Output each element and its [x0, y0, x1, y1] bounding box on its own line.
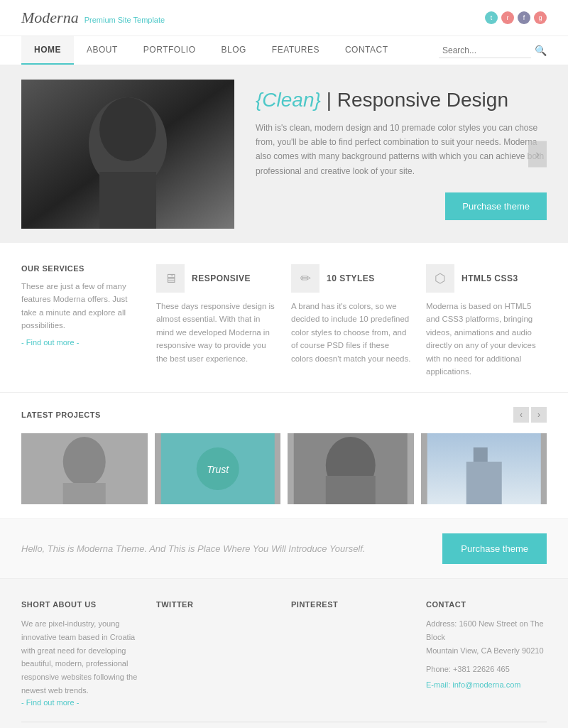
- nav-item-features[interactable]: FEATURES: [259, 36, 332, 65]
- nav-item-portfolio[interactable]: PORTFOLIO: [131, 36, 209, 65]
- hero-content: {Clean} | Responsive Design With is's cl…: [256, 88, 547, 220]
- nav-item-blog[interactable]: BLOG: [208, 36, 258, 65]
- svg-rect-6: [63, 483, 106, 504]
- svg-point-2: [99, 97, 156, 161]
- nav-item-about[interactable]: ABOUT: [74, 36, 131, 65]
- hero-purchase-button[interactable]: Purchase theme: [445, 192, 547, 220]
- nav-item-home[interactable]: HOME: [21, 36, 74, 65]
- svg-point-5: [63, 437, 106, 487]
- search-area: 🔍: [439, 43, 547, 58]
- hero-description: With is's clean, modern design and 10 pr…: [256, 121, 547, 179]
- header: Moderna Premium Site Template t r f g: [0, 0, 568, 36]
- nav-links: HOME ABOUT PORTFOLIO BLOG FEATURES CONTA…: [21, 36, 401, 65]
- projects-grid: Trust: [21, 433, 547, 504]
- footer-bottom: © Copyright 2013 Company name All rights…: [21, 722, 547, 728]
- footer-contact-address: Address: 1600 New Street on The Block: [426, 617, 547, 643]
- hero-image-inner: [21, 80, 234, 229]
- hero-title-rest: | Responsive Design: [321, 89, 508, 111]
- footer-pinterest: PINTEREST: [291, 600, 412, 707]
- slider-next-button[interactable]: ›: [528, 141, 547, 168]
- footer-about-link[interactable]: - Find out more -: [21, 698, 79, 707]
- service-responsive: 🖥 RESPONSIVE These days responsive desig…: [156, 264, 277, 378]
- projects-header: LATEST PROJECTS ‹ ›: [21, 407, 547, 423]
- logo: Moderna: [21, 9, 79, 27]
- quote-bar: Hello, This is Moderna Theme. And This i…: [0, 518, 568, 579]
- footer-columns: SHORT ABOUT US We are pixel-industry, yo…: [21, 600, 547, 707]
- footer-contact: CONTACT Address: 1600 New Street on The …: [426, 600, 547, 707]
- styles-text: A brand has it's colors, so we decided t…: [291, 300, 412, 365]
- html5-title: HTML5 CSS3: [462, 273, 518, 283]
- svg-rect-12: [326, 476, 376, 504]
- html5-icon: ⬡: [426, 264, 454, 293]
- hero-title: {Clean} | Responsive Design: [256, 88, 547, 112]
- svg-text:Trust: Trust: [207, 464, 229, 475]
- hero-section: ‹: [0, 65, 568, 243]
- footer-contact-city: Mountain View, CA Beverly 90210: [426, 644, 547, 658]
- rss-icon[interactable]: r: [501, 11, 514, 24]
- responsive-title: RESPONSIVE: [192, 273, 251, 283]
- projects-title: LATEST PROJECTS: [21, 411, 101, 419]
- footer-pinterest-title: PINTEREST: [291, 600, 412, 609]
- project-item-1[interactable]: [21, 433, 148, 504]
- hero-title-clean: {Clean}: [256, 89, 321, 111]
- projects-next-button[interactable]: ›: [531, 407, 547, 423]
- project-image-1: [21, 433, 148, 504]
- projects-section: LATEST PROJECTS ‹ › Trust: [0, 393, 568, 518]
- our-services-link[interactable]: - Find out more -: [21, 338, 79, 347]
- html5-header: ⬡ HTML5 CSS3: [426, 264, 547, 293]
- facebook-icon[interactable]: f: [518, 11, 530, 24]
- projects-prev-button[interactable]: ‹: [513, 407, 529, 423]
- social-icons: t r f g: [485, 11, 547, 24]
- responsive-header: 🖥 RESPONSIVE: [156, 264, 277, 293]
- projects-nav: ‹ ›: [513, 407, 547, 423]
- project-image-3: [288, 433, 414, 504]
- responsive-text: These days responsive design is almost e…: [156, 300, 277, 365]
- service-styles: ✏ 10 STYLES A brand has it's colors, so …: [291, 264, 412, 378]
- styles-title: 10 STYLES: [327, 273, 375, 283]
- project-item-4[interactable]: [421, 433, 547, 504]
- hero-portrait-svg: [21, 80, 234, 229]
- navigation: HOME ABOUT PORTFOLIO BLOG FEATURES CONTA…: [0, 36, 568, 65]
- footer-twitter-title: TWITTER: [156, 600, 277, 609]
- service-our-services: OUR SERVICES These are just a few of man…: [21, 264, 142, 378]
- responsive-icon: 🖥: [156, 264, 185, 293]
- styles-icon: ✏: [291, 264, 320, 293]
- footer-twitter: TWITTER: [156, 600, 277, 707]
- quote-purchase-button[interactable]: Purchase theme: [442, 533, 547, 564]
- project-item-3[interactable]: [288, 433, 414, 504]
- footer-about: SHORT ABOUT US We are pixel-industry, yo…: [21, 600, 142, 707]
- svg-rect-15: [466, 462, 501, 504]
- footer-contact-email[interactable]: E-mail: info@moderna.com: [426, 680, 520, 689]
- project-item-2[interactable]: Trust: [155, 433, 281, 504]
- gplus-icon[interactable]: g: [534, 11, 547, 24]
- logo-subtitle: Premium Site Template: [84, 16, 165, 24]
- project-image-2: Trust: [155, 433, 281, 504]
- styles-header: ✏ 10 STYLES: [291, 264, 412, 293]
- html5-text: Moderna is based on HTML5 and CSS3 platf…: [426, 300, 547, 378]
- search-icon[interactable]: 🔍: [535, 45, 547, 56]
- services-section: OUR SERVICES These are just a few of man…: [0, 243, 568, 393]
- footer: SHORT ABOUT US We are pixel-industry, yo…: [0, 579, 568, 728]
- hero-image: [21, 80, 234, 229]
- logo-area: Moderna Premium Site Template: [21, 9, 165, 27]
- twitter-icon[interactable]: t: [485, 11, 498, 24]
- search-input[interactable]: [439, 43, 531, 58]
- project-image-4: [421, 433, 547, 504]
- service-html5: ⬡ HTML5 CSS3 Moderna is based on HTML5 a…: [426, 264, 547, 378]
- our-services-label: OUR SERVICES: [21, 264, 142, 273]
- footer-about-text: We are pixel-industry, young innovative …: [21, 617, 142, 697]
- our-services-text: These are just a few of many features Mo…: [21, 280, 142, 332]
- footer-contact-title: CONTACT: [426, 600, 547, 609]
- svg-rect-3: [99, 172, 156, 229]
- quote-text: Hello, This is Moderna Theme. And This i…: [21, 543, 365, 554]
- footer-about-title: SHORT ABOUT US: [21, 600, 142, 609]
- nav-item-contact[interactable]: CONTACT: [332, 36, 401, 65]
- footer-contact-phone: Phone: +381 22626 465: [426, 663, 547, 676]
